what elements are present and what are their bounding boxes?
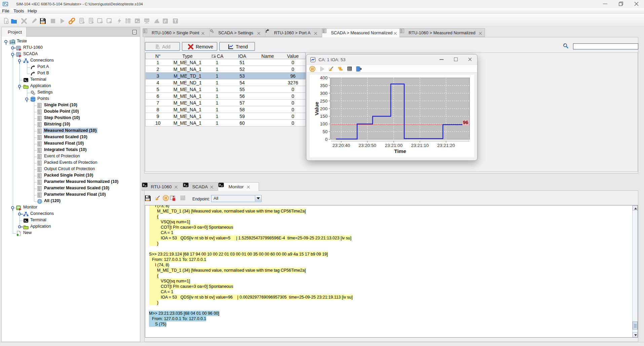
svg-text:23:21:00: 23:21:00 bbox=[385, 143, 403, 148]
svg-text:50: 50 bbox=[323, 129, 328, 134]
svg-text:350: 350 bbox=[320, 83, 328, 88]
svg-text:150: 150 bbox=[320, 114, 328, 119]
svg-text:300: 300 bbox=[320, 91, 328, 96]
svg-text:Value: Value bbox=[314, 102, 319, 115]
svg-text:250: 250 bbox=[320, 99, 328, 104]
svg-text:400: 400 bbox=[320, 75, 328, 80]
svg-text:100: 100 bbox=[320, 121, 328, 126]
svg-text:23:20:50: 23:20:50 bbox=[358, 143, 376, 148]
svg-text:23:21:20: 23:21:20 bbox=[437, 143, 455, 148]
svg-text:104: 104 bbox=[10, 41, 15, 44]
svg-text:Time: Time bbox=[394, 148, 406, 154]
svg-text:23:21:10: 23:21:10 bbox=[411, 143, 429, 148]
svg-text:TCP: TCP bbox=[145, 20, 149, 22]
svg-text:200: 200 bbox=[320, 106, 328, 111]
svg-text:0: 0 bbox=[325, 137, 328, 142]
svg-text:23:20:40: 23:20:40 bbox=[332, 143, 350, 148]
svg-text:96: 96 bbox=[463, 120, 468, 125]
